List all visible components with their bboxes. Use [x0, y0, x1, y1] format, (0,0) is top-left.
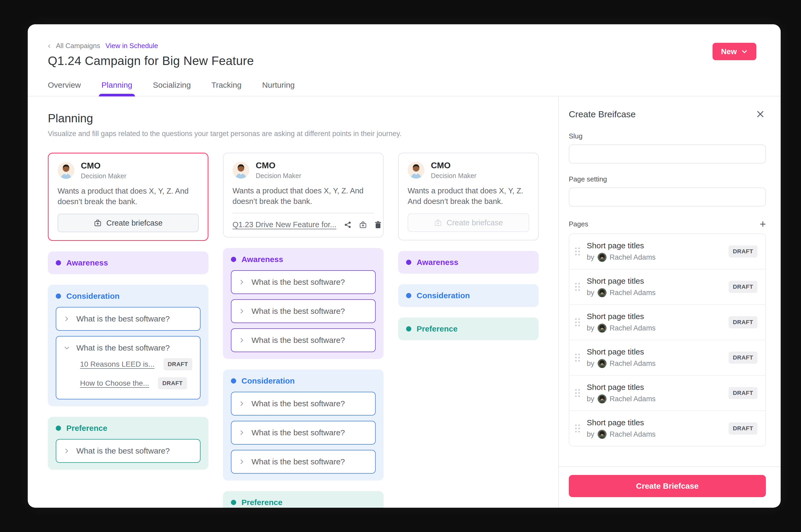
question-card-expanded[interactable]: What is the best software? 10 Reasons LE… — [56, 336, 201, 399]
chevron-right-icon[interactable] — [64, 316, 70, 322]
page-list-item[interactable]: Short page titles byRachel Adams DRAFT — [569, 305, 765, 340]
chevron-right-icon[interactable] — [239, 430, 245, 436]
page-link[interactable]: How to Choose the... — [80, 379, 149, 387]
stage-section-consideration: Consideration What is the best software?… — [223, 369, 384, 480]
stage-dot — [231, 500, 236, 505]
persona-name: CMO — [81, 161, 126, 171]
stage-dot — [56, 260, 61, 265]
briefcase-plus-icon — [434, 219, 442, 227]
chevron-right-icon[interactable] — [239, 459, 245, 465]
chevron-right-icon[interactable] — [64, 448, 70, 454]
page-title: Q1.24 Campaign for Big New Feature — [48, 54, 757, 68]
stage-dot — [231, 378, 236, 383]
chevron-right-icon[interactable] — [239, 337, 245, 343]
tab-socializing[interactable]: Socializing — [153, 80, 191, 96]
persona-avatar — [408, 162, 424, 178]
close-button[interactable] — [755, 109, 766, 120]
question-card[interactable]: What is the best software? — [231, 299, 376, 323]
page-title: Short page titles — [587, 312, 644, 321]
page-setting-input[interactable] — [569, 188, 766, 207]
drag-handle-icon[interactable] — [575, 248, 580, 255]
question-card[interactable]: What is the best software? — [56, 439, 201, 463]
chevron-down-icon[interactable] — [64, 345, 70, 351]
persona-card[interactable]: CMO Decision Maker Wants a product that … — [48, 153, 208, 241]
drag-handle-icon[interactable] — [575, 389, 580, 397]
question-card[interactable]: What is the best software? — [231, 392, 376, 416]
question-card[interactable]: What is the best software? — [231, 270, 376, 294]
page-list-item[interactable]: Short page titles byRachel Adams DRAFT — [569, 269, 765, 305]
question-card[interactable]: What is the best software? — [231, 450, 376, 474]
question-text: What is the best software? — [76, 343, 170, 353]
slug-input[interactable] — [569, 145, 766, 164]
drag-handle-icon[interactable] — [575, 354, 580, 362]
slug-label: Slug — [569, 132, 766, 140]
stage-section-awareness: Awareness — [398, 251, 539, 274]
persona-role: Decision Maker — [256, 172, 301, 179]
view-in-schedule-link[interactable]: View in Schedule — [106, 42, 158, 50]
briefcase-link[interactable]: Q1.23 Drive New Feature for... — [232, 220, 336, 229]
question-text: What is the best software? — [251, 336, 345, 345]
add-page-button[interactable]: + — [760, 219, 766, 229]
question-text: What is the best software? — [251, 457, 345, 466]
author-avatar — [597, 253, 607, 262]
drag-handle-icon[interactable] — [575, 283, 580, 291]
chevron-right-icon[interactable] — [239, 279, 245, 285]
page-title: Short page titles — [587, 241, 644, 250]
add-to-briefcase-button[interactable] — [359, 221, 367, 229]
author-avatar — [597, 430, 607, 439]
status-badge: DRAFT — [729, 352, 758, 364]
chevron-down-icon — [741, 48, 748, 55]
persona-card[interactable]: CMO Decision Maker Wants a product that … — [398, 153, 539, 240]
question-text: What is the best software? — [76, 314, 170, 323]
page-link-row: How to Choose the... DRAFT — [80, 377, 193, 390]
tab-nurturing[interactable]: Nurturing — [262, 80, 294, 96]
create-briefcase-submit-button[interactable]: Create Briefcase — [569, 475, 766, 497]
page-title: Short page titles — [587, 277, 644, 285]
persona-description: Wants a product that does X, Y, Z. And d… — [408, 186, 529, 207]
author-avatar — [597, 324, 607, 332]
author-avatar — [597, 359, 607, 368]
page-list-item[interactable]: Short page titles byRachel Adams DRAFT — [569, 376, 765, 411]
create-briefcase-button[interactable]: Create briefcase — [58, 214, 199, 232]
chevron-right-icon[interactable] — [239, 400, 245, 407]
drag-handle-icon[interactable] — [575, 424, 580, 432]
author-name: Rachel Adams — [610, 360, 656, 368]
section-subtitle: Visualize and fill gaps related to the q… — [48, 130, 539, 138]
new-button[interactable]: New — [712, 43, 756, 60]
pages-label: Pages — [569, 220, 588, 228]
page-list-item[interactable]: Short page titles byRachel Adams DRAFT — [569, 340, 765, 376]
tab-bar: Overview Planning Socializing Tracking N… — [48, 80, 757, 96]
share-button[interactable] — [344, 221, 351, 229]
status-badge: DRAFT — [729, 387, 758, 399]
tab-overview[interactable]: Overview — [48, 80, 81, 96]
create-briefcase-panel: Create Breifcase Slug Page setting Pages… — [558, 96, 781, 508]
author-name: Rachel Adams — [610, 253, 656, 262]
question-card[interactable]: What is the best software? — [231, 421, 376, 444]
breadcrumb-all-campaigns[interactable]: All Campaigns — [56, 42, 100, 50]
delete-button[interactable] — [374, 221, 382, 229]
persona-card[interactable]: CMO Decision Maker Wants a product that … — [223, 153, 384, 238]
question-card[interactable]: What is the best software? — [231, 328, 376, 352]
create-briefcase-label: Create briefcase — [447, 218, 503, 227]
drag-handle-icon[interactable] — [575, 318, 580, 326]
question-card[interactable]: What is the best software? — [56, 307, 201, 331]
trash-icon — [374, 221, 382, 229]
stage-dot — [56, 425, 61, 431]
stage-label: Preference — [66, 424, 107, 433]
stage-section-consideration: Consideration — [398, 284, 539, 307]
question-text: What is the best software? — [251, 428, 345, 437]
tab-planning[interactable]: Planning — [101, 80, 132, 96]
stage-dot — [406, 260, 411, 265]
page-list-item[interactable]: Short page titles byRachel Adams DRAFT — [569, 411, 765, 446]
page-list-item[interactable]: Short page titles byRachel Adams DRAFT — [569, 234, 765, 269]
page-link[interactable]: 10 Reasons LEED is... — [80, 360, 155, 368]
status-badge: DRAFT — [729, 316, 758, 328]
create-briefcase-button-disabled[interactable]: Create briefcase — [408, 213, 529, 232]
chevron-right-icon[interactable] — [239, 308, 245, 314]
persona-column-2: CMO Decision Maker Wants a product that … — [223, 153, 384, 508]
question-text: What is the best software? — [251, 278, 345, 287]
tab-tracking[interactable]: Tracking — [211, 80, 242, 96]
chevron-left-icon[interactable]: ‹ — [48, 41, 51, 50]
status-badge: DRAFT — [729, 281, 758, 293]
persona-description: Wants a product that does X, Y, Z. And d… — [232, 186, 374, 207]
